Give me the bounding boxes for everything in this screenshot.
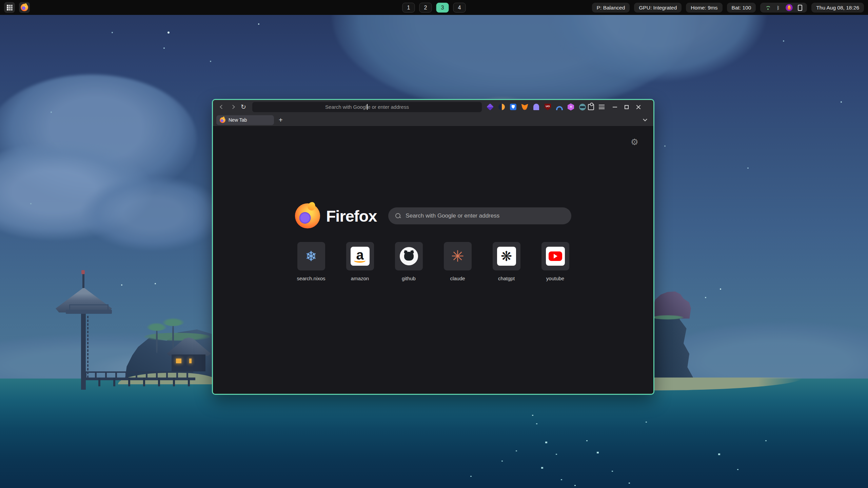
shortcut-label: chatgpt: [498, 276, 515, 281]
chatgpt-icon: ❋: [497, 247, 516, 266]
shortcut-label: github: [402, 276, 416, 281]
shortcut-github[interactable]: github: [395, 242, 423, 281]
top-bar: 1 2 3 4 P: Balanced GPU: Integrated Home…: [0, 0, 868, 15]
ublock-shield-icon: UO: [545, 104, 551, 110]
maximize-button[interactable]: [625, 105, 629, 109]
shortcut-label: amazon: [351, 276, 369, 281]
dock-rail: [85, 371, 193, 378]
vpn-extension-icon[interactable]: [556, 103, 563, 110]
flame-badge-icon[interactable]: [786, 4, 793, 11]
vpn-arc-icon: [556, 106, 563, 110]
close-button[interactable]: [636, 105, 641, 109]
watchtower-ladder: [87, 316, 88, 380]
power-profile-indicator[interactable]: P: Balanced: [592, 3, 630, 13]
github-icon: [400, 247, 418, 265]
clock-label: Thu Aug 08, 18:26: [816, 5, 859, 11]
firefox-logo: [295, 203, 320, 228]
watchtower-pole: [81, 314, 86, 390]
bluetooth-icon[interactable]: ᛒ: [776, 5, 781, 11]
back-button[interactable]: [218, 103, 226, 111]
clock[interactable]: Thu Aug 08, 18:26: [811, 3, 864, 13]
hex-extension-icon[interactable]: ✳: [567, 103, 574, 110]
shortcut-claude[interactable]: ✳ claude: [444, 242, 472, 281]
wallpaper-sea: [0, 379, 868, 488]
urlbar-placeholder-right: e or enter address: [368, 104, 409, 110]
system-tray: ᛒ: [760, 3, 807, 13]
extension-icons: UO ✳: [487, 103, 586, 110]
gpu-label: GPU: Integrated: [639, 5, 677, 11]
browser-toolbar: ↻ Search with Google or enter address UO…: [213, 100, 653, 114]
amazon-icon: a: [351, 247, 370, 266]
url-bar[interactable]: Search with Google or enter address: [252, 102, 482, 112]
workspace-switcher: 1 2 3 4: [402, 3, 466, 13]
bitwarden-icon: [510, 104, 516, 110]
claude-icon: ✳: [451, 248, 464, 264]
agent-face-icon: [579, 104, 586, 110]
ghost-icon: [533, 104, 539, 110]
firefox-icon: [21, 4, 28, 11]
dark-reader-extension-icon[interactable]: [498, 103, 505, 110]
shortcut-search-nixos[interactable]: ❄ search.nixos: [297, 242, 325, 281]
ping-indicator[interactable]: Home: 9ms: [686, 3, 722, 13]
new-tab-page: ⚙ Firefox Search with Google or enter ad…: [213, 127, 653, 394]
shortcut-label: youtube: [546, 276, 564, 281]
tab-new-tab[interactable]: New Tab: [216, 115, 274, 125]
agent-extension-icon[interactable]: [579, 103, 586, 110]
shortcut-label: search.nixos: [297, 276, 325, 281]
metamask-fox-icon: [521, 104, 528, 110]
dock-posts: [83, 378, 195, 386]
app-launcher-button[interactable]: [4, 2, 15, 13]
reload-button[interactable]: ↻: [239, 103, 248, 111]
tab-list-chevron-icon[interactable]: [643, 117, 647, 121]
power-profile-label: P: Balanced: [597, 5, 625, 11]
workspace-4[interactable]: 4: [453, 3, 466, 13]
metamask-extension-icon[interactable]: [521, 103, 528, 110]
ping-label: Home: 9ms: [691, 5, 717, 11]
tab-bar: New Tab +: [213, 114, 653, 126]
firefox-launcher-button[interactable]: [19, 2, 30, 13]
newtab-hero: Firefox Search with Google or enter addr…: [213, 203, 653, 228]
battery-indicator[interactable]: Bat: 100: [727, 3, 756, 13]
back-icon: [220, 105, 224, 109]
youtube-icon: [546, 247, 565, 266]
newtab-search-field[interactable]: Search with Google or enter address: [388, 207, 571, 224]
new-tab-button[interactable]: +: [279, 116, 283, 124]
shortcut-chatgpt[interactable]: ❋ chatgpt: [493, 242, 520, 281]
firefox-wordmark: Firefox: [326, 207, 377, 225]
ublock-extension-icon[interactable]: UO: [544, 103, 551, 110]
search-placeholder: Search with Google or enter address: [406, 212, 499, 219]
ghostery-extension-icon[interactable]: [533, 103, 540, 110]
shortcut-label: claude: [450, 276, 465, 281]
gem-icon: [487, 103, 494, 110]
watchtower-flag: [81, 270, 85, 274]
reload-icon: ↻: [241, 104, 246, 110]
dark-reader-icon: [498, 104, 505, 110]
watchtower-spike: [82, 272, 84, 288]
extensions-button[interactable]: [588, 104, 594, 110]
minimize-button[interactable]: [613, 107, 617, 107]
shortcut-youtube[interactable]: youtube: [541, 242, 569, 281]
gem-extension-icon[interactable]: [487, 103, 494, 110]
phone-icon[interactable]: [798, 5, 802, 11]
watchtower-platform: [66, 310, 112, 314]
grid-icon: [7, 5, 8, 6]
tab-title: New Tab: [229, 117, 247, 123]
window-controls: [613, 105, 641, 109]
workspace-1[interactable]: 1: [402, 3, 415, 13]
personalize-gear-icon[interactable]: ⚙: [631, 137, 638, 147]
wifi-icon[interactable]: [765, 5, 771, 10]
battery-label: Bat: 100: [732, 5, 751, 11]
forward-icon: [231, 105, 235, 109]
nixos-snowflake-icon: ❄: [305, 249, 317, 263]
palm-tree: [162, 318, 184, 331]
menu-button[interactable]: [599, 105, 605, 109]
hex-asterisk-icon: ✳: [568, 103, 574, 110]
gpu-indicator[interactable]: GPU: Integrated: [634, 3, 682, 13]
desktop: 1 2 3 4 P: Balanced GPU: Integrated Home…: [0, 0, 868, 488]
forward-button[interactable]: [229, 103, 237, 111]
bitwarden-extension-icon[interactable]: [510, 103, 517, 110]
workspace-2[interactable]: 2: [419, 3, 432, 13]
shortcut-amazon[interactable]: a amazon: [346, 242, 374, 281]
cloud: [81, 176, 224, 251]
workspace-3-active[interactable]: 3: [436, 3, 449, 13]
